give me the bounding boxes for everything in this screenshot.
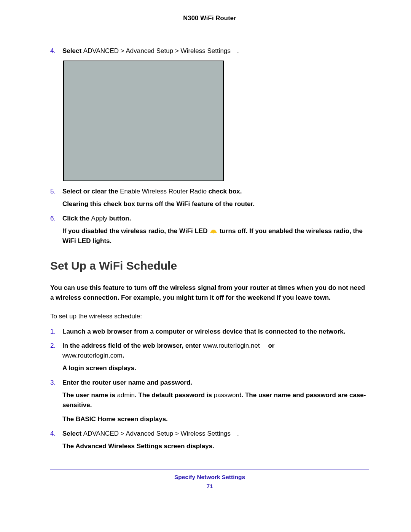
steps-a: 4.Select ADVANCED > Advanced Setup > Wir… — [50, 46, 369, 246]
step: 4.Select ADVANCED > Advanced Setup > Wir… — [50, 46, 369, 56]
step-marker: 2. — [50, 341, 56, 351]
footer-chapter: Specify Network Settings — [50, 470, 369, 481]
step: 6.Click the Apply button.If you disabled… — [50, 214, 369, 246]
step-body: In the address field of the web browser,… — [62, 341, 369, 373]
document-page: N300 WiFi Router 4.Select ADVANCED > Adv… — [0, 0, 411, 532]
step-marker: 3. — [50, 378, 56, 388]
steps-b: 1.Launch a web browser from a computer o… — [50, 327, 369, 451]
step-body: Click the Apply button.If you disabled t… — [62, 214, 369, 246]
step: 1.Launch a web browser from a computer o… — [50, 327, 369, 337]
step-marker: 4. — [50, 46, 56, 56]
section-lead: To set up the wireless schedule: — [50, 312, 369, 321]
step-body: Select ADVANCED > Advanced Setup > Wirel… — [62, 46, 369, 56]
step-marker: 4. — [50, 429, 56, 439]
step-marker: 1. — [50, 327, 56, 337]
wifi-led-icon — [209, 228, 218, 234]
step: 3.Enter the router user name and passwor… — [50, 378, 369, 424]
page-number: 71 — [50, 483, 369, 489]
step-body: Select ADVANCED > Advanced Setup > Wirel… — [62, 429, 369, 451]
step-body: Select or clear the Enable Wireless Rout… — [62, 187, 369, 209]
section-intro: You can use this feature to turn off the… — [50, 283, 369, 302]
step-body: Enter the router user name and password.… — [62, 378, 369, 424]
step-body: Launch a web browser from a computer or … — [62, 327, 369, 337]
step: 4.Select ADVANCED > Advanced Setup > Wir… — [50, 429, 369, 451]
screenshot-placeholder — [63, 61, 224, 181]
svg-point-0 — [213, 232, 214, 233]
step-marker: 6. — [50, 214, 56, 224]
step-marker: 5. — [50, 187, 56, 197]
section-heading: Set Up a WiFi Schedule — [50, 259, 369, 272]
step: 2.In the address field of the web browse… — [50, 341, 369, 373]
step: 5.Select or clear the Enable Wireless Ro… — [50, 187, 369, 209]
page-header: N300 WiFi Router — [50, 14, 369, 22]
